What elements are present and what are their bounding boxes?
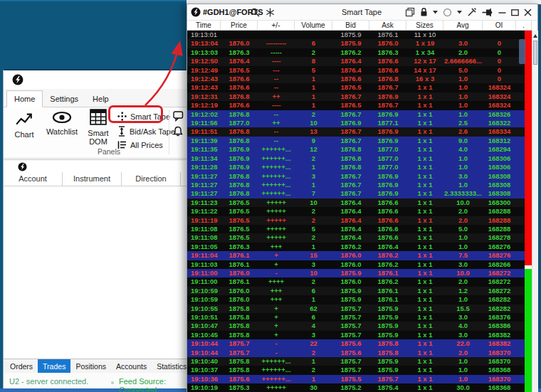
bid-ask-tape-button[interactable]: Bid/Ask Tape (117, 126, 175, 137)
tape-row: 19:12:311876.8++11876.71876.91 x 11.0168… (187, 92, 525, 101)
pin-icon[interactable] (482, 8, 493, 17)
status-separator-dot (111, 381, 114, 384)
tape-cell: 168288 (483, 216, 516, 225)
tab-help[interactable]: Help (85, 91, 116, 107)
smart-tape-button[interactable]: Smart Tape (117, 112, 170, 121)
tape-cell: 1 x 1 (406, 331, 443, 339)
lock-icon[interactable] (420, 7, 428, 17)
bottom-tab-trades[interactable]: Trades (38, 359, 70, 373)
tape-cell: 168382 (483, 339, 516, 348)
tape-cell: 1876.5 (332, 83, 369, 92)
tape-cell: 1875.7 (332, 313, 369, 322)
tape-column-header-volume[interactable]: Volume (295, 21, 332, 30)
close-button[interactable] (524, 9, 532, 16)
orders-panel-top-border (4, 159, 187, 160)
tape-cell: 1875.9 (332, 295, 369, 304)
ribbon: Chart Watchlist Smart DOM Smart Tape (4, 107, 187, 159)
tape-column-header-delta[interactable]: +/- (258, 21, 295, 30)
bottom-tab-orders[interactable]: Orders (5, 359, 38, 373)
tape-cell: 1.0 (443, 181, 483, 189)
tape-cell: 168370 (483, 349, 516, 357)
tape-cell: 1877.0 (221, 119, 258, 127)
tape-cell: 168386 (483, 322, 516, 330)
tape-cell: 19:13:03 (187, 48, 221, 57)
tape-cell: 1876.0 (221, 295, 258, 304)
tape-column-header-sizes[interactable]: Sizes (406, 21, 443, 30)
tape-cell: 1876.6 (369, 225, 406, 233)
watchlist-button[interactable]: Watchlist (42, 110, 82, 136)
tape-column-header-time[interactable]: Time (187, 21, 221, 30)
link-group-circle-icon[interactable] (443, 8, 452, 17)
tape-cell: 3 (295, 172, 332, 181)
tape-cell: 1876.1 (369, 31, 406, 39)
bell-icon (173, 126, 183, 137)
tape-cell: ----- (258, 48, 295, 57)
bottom-tab-statistics[interactable]: Statistics (152, 359, 187, 373)
clone-panel-icon[interactable] (405, 7, 415, 17)
tape-cell: 1876.8 (221, 137, 258, 145)
window-scrollbar[interactable] (532, 31, 538, 392)
search-icon[interactable] (251, 8, 260, 17)
tape-cell: 1876.6 (369, 207, 406, 216)
maximize-button[interactable] (511, 9, 519, 16)
link-caret-icon[interactable] (457, 11, 462, 14)
tape-cell: 19:10:44 (187, 349, 221, 357)
tape-cell: 4.0 (443, 322, 483, 330)
tape-column-header-bid[interactable]: Bid (332, 21, 369, 30)
tape-cell: 2 (295, 48, 332, 57)
tape-cell: 1 x 1 (406, 375, 443, 383)
lock-caret-icon[interactable] (433, 11, 438, 14)
tape-cell: 1.0 (443, 154, 483, 163)
smart-dom-button[interactable]: Smart DOM (83, 109, 113, 146)
screen: HomeSettingsHelp Chart Watchlist Smart D… (0, 0, 541, 392)
tape-cell (516, 75, 525, 83)
tape-cell (516, 349, 525, 357)
chart-button[interactable]: Chart (8, 109, 41, 139)
tape-cell: 1 x 1 (406, 277, 443, 286)
scroll-up-arrow[interactable] (533, 34, 537, 38)
tape-cell: 1876.2 (369, 277, 406, 286)
tape-cell (516, 287, 525, 295)
tape-column-header-options[interactable]: . (516, 21, 532, 30)
orders-column-header-account[interactable]: Account (4, 172, 63, 186)
tape-cell: 168288 (483, 207, 516, 216)
tape-cell: 168308 (483, 189, 516, 198)
orders-column-header-direction[interactable]: Direction (122, 172, 181, 186)
tape-title-bar[interactable]: #GDH1@FORTS Smart Tape (187, 4, 537, 21)
tape-cell: 168282 (483, 304, 516, 313)
tape-cell: 1.0 (443, 92, 483, 101)
table-scrollbar-thumb[interactable] (519, 39, 525, 64)
tape-cell: 1876.6 (221, 83, 258, 92)
tab-home[interactable]: Home (6, 90, 43, 107)
tape-row: 19:11:271876.8++++++...31876.71876.91 x … (187, 172, 525, 181)
tape-cell (483, 31, 516, 39)
tape-column-header-oi[interactable]: OI (483, 21, 516, 30)
tab-settings[interactable]: Settings (43, 91, 85, 107)
tape-cell: 1876.7 (332, 172, 369, 181)
tape-row: 19:12:431876.6--11876.51876.71 x 11.0168… (187, 83, 525, 92)
tape-cell: 2 (295, 110, 332, 119)
orders-column-header-instrument[interactable]: Instrument (63, 172, 122, 186)
bottom-tab-positions[interactable]: Positions (70, 359, 111, 373)
tape-column-header-avg[interactable]: Avg (443, 21, 483, 30)
tools-icon[interactable] (467, 7, 477, 17)
tape-cell: +++ (258, 243, 295, 251)
bottom-tab-accounts[interactable]: Accounts (111, 359, 152, 373)
tape-cell: 1 x 1 (406, 260, 443, 269)
tape-cell: 168276 (483, 243, 516, 251)
tape-column-header-price[interactable]: Price (221, 21, 258, 30)
tape-cell (516, 137, 525, 145)
tape-cell: 1876.4 (332, 207, 369, 216)
tape-row: 19:12:021876.8--21876.71876.91 x 11.0168… (187, 110, 525, 119)
window-scrollbar-thumb[interactable] (533, 41, 537, 65)
tape-column-header-ask[interactable]: Ask (369, 21, 406, 30)
tape-cell: 1.0 (443, 357, 483, 366)
minimize-button[interactable] (498, 9, 506, 16)
tape-cell: 9.0 (443, 137, 483, 145)
tape-cell: 1877.1 (369, 119, 406, 127)
tape-cell: ++++++... (258, 163, 295, 171)
tape-cell: 19:11:00 (187, 277, 221, 286)
tape-cell: 10 (295, 198, 332, 207)
ribbon-tab-bar: HomeSettingsHelp (4, 89, 187, 107)
app-title-bar[interactable] (4, 70, 187, 89)
